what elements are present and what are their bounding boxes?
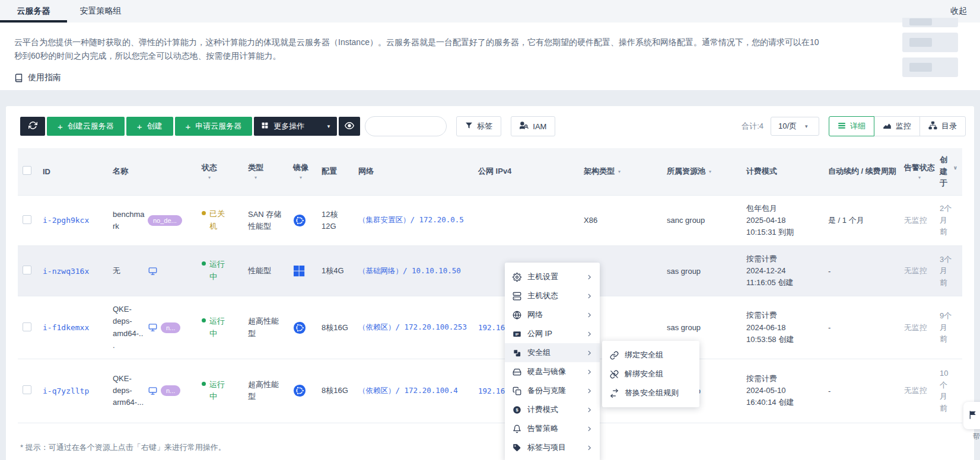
vnc-monitor-icon[interactable] <box>148 267 158 276</box>
more-actions-dropdown[interactable]: 更多操作 ▾ <box>254 117 337 136</box>
create-button[interactable]: +创建 <box>126 117 173 136</box>
instance-config: 8核16G <box>322 322 349 334</box>
col-header[interactable]: 类型▾ <box>248 162 263 180</box>
col-header[interactable]: 所属资源池▾ <box>667 166 737 177</box>
copy-icon <box>512 386 521 395</box>
row-checkbox[interactable] <box>23 215 31 224</box>
instance-id-link[interactable]: i-2pgh9kcx <box>43 216 89 225</box>
col-header[interactable]: 告警状态▾ <box>904 162 935 180</box>
network-link[interactable]: （基础网络）/ 10.10.10.50 <box>358 266 461 275</box>
globe-icon <box>512 310 521 320</box>
view-topology-button[interactable]: 目录 <box>919 116 966 136</box>
instance-name: QKE-deps-arm64-... <box>113 373 145 408</box>
iam-button[interactable]: IAM <box>511 116 555 136</box>
instance-type: 性能型 <box>248 265 284 277</box>
menu-item-label: 备份与克隆 <box>527 385 566 396</box>
row-checkbox[interactable] <box>23 322 31 331</box>
col-header[interactable]: 状态▾ <box>202 162 217 180</box>
status-dot-icon <box>202 261 206 266</box>
menu-item-label: 告警策略 <box>527 423 558 434</box>
loading-skeletons <box>902 18 958 82</box>
auto-renew: - <box>828 323 831 332</box>
menu-item-3[interactable]: IP 公网 IP <box>505 324 600 343</box>
instance-id-link[interactable]: i-nzwq316x <box>43 267 89 276</box>
column-visibility-button[interactable] <box>339 117 360 136</box>
ubuntu-os-icon <box>293 214 312 227</box>
menu-item-8[interactable]: 告警策略 <box>505 419 600 438</box>
menu-item-6[interactable]: 备份与克隆 <box>505 381 600 400</box>
area-chart-icon <box>883 121 892 132</box>
select-all-checkbox[interactable] <box>23 166 31 175</box>
menu-item-label: 主机状态 <box>527 290 558 301</box>
submenu-item-1[interactable]: 解绑安全组 <box>602 365 699 384</box>
menu-item-4[interactable]: 安全组 <box>505 343 600 362</box>
menu-item-label: 安全组 <box>527 347 551 358</box>
instance-type: 超高性能型 <box>248 315 284 339</box>
menu-item-5[interactable]: 硬盘与镜像 <box>505 362 600 381</box>
tab-cloud-servers[interactable]: 云服务器 <box>0 0 67 23</box>
status-dot-icon <box>202 318 206 322</box>
billing-mode: 包年包月2025-04-1810:15:31 到期 <box>746 203 819 238</box>
usage-guide-link[interactable]: 使用指南 <box>14 72 61 83</box>
col-header-created[interactable]: 创建于∨ <box>940 154 954 189</box>
network-link[interactable]: （集群安置区）/ 172.20.0.5 <box>358 215 464 224</box>
network-link[interactable]: （依赖区）/ 172.20.100.4 <box>358 386 458 395</box>
table-row[interactable]: i-nzwq316x 无 运行中 性能型 1核4G （基础网络）/ 10.10.… <box>18 245 962 296</box>
auto-renew: - <box>828 267 831 276</box>
help-widget[interactable] <box>963 402 980 429</box>
menu-item-7[interactable]: $ 计费模式 <box>505 400 600 419</box>
chevron-down-icon: ▾ <box>327 123 330 129</box>
toolbar: +创建云服务器 +创建 +申请云服务器 更多操作 ▾ 标签 IAM 合计:4 1… <box>6 106 974 142</box>
menu-item-label: 硬盘与镜像 <box>527 366 566 377</box>
created-at: 9个月前 <box>940 310 953 345</box>
ubuntu-os-icon <box>293 384 312 397</box>
tab-placement-groups[interactable]: 安置策略组 <box>67 0 134 23</box>
top-tab-bar: 云服务器 安置策略组 收起 <box>0 0 980 23</box>
instance-name: 无 <box>113 265 145 277</box>
row-checkbox[interactable] <box>23 385 31 394</box>
row-checkbox[interactable] <box>23 266 31 274</box>
page-size-select[interactable]: 10/页 ▾ <box>771 117 819 136</box>
menu-item-label: 公网 IP <box>527 328 552 339</box>
name-tag-pill: n... <box>161 322 180 333</box>
tag-filter-button[interactable]: 标签 <box>456 116 501 136</box>
chevron-down-icon: ▾ <box>805 123 808 129</box>
refresh-button[interactable] <box>20 117 45 136</box>
submenu-item-0[interactable]: 绑定安全组 <box>602 346 699 365</box>
menu-item-0[interactable]: 主机设置 <box>505 267 600 286</box>
table-row[interactable]: i-2pgh9kcx benchmark no_de... 已关机 SAN 存储… <box>18 195 962 245</box>
view-monitor-button[interactable]: 监控 <box>874 116 920 136</box>
billing-mode: 按需计费2024-12-2411:16:05 创建 <box>746 253 819 289</box>
instance-name: QKE-deps-amd64-... <box>113 304 145 352</box>
request-cloud-server-button[interactable]: +申请云服务器 <box>175 117 253 136</box>
svg-text:IP: IP <box>515 332 518 336</box>
instance-id-link[interactable]: i-f1dkemxx <box>43 323 89 332</box>
instance-id-link[interactable]: i-q7yzlltp <box>43 386 89 395</box>
submenu-item-label: 解绑安全组 <box>625 369 663 379</box>
public-ip-link[interactable]: 192.16 <box>478 323 505 332</box>
col-header: ID <box>43 167 50 176</box>
submenu-item-2[interactable]: 替换安全组规则 <box>602 384 699 402</box>
chevron-right-icon <box>586 426 593 432</box>
view-switcher: 详细 监控 目录 <box>829 116 966 136</box>
menu-item-2[interactable]: 网络 <box>505 305 600 324</box>
menu-item-label: 标签与项目 <box>527 442 566 453</box>
instance-config: 8核16G <box>322 385 349 397</box>
public-ip-link[interactable]: 192.16 <box>478 386 505 395</box>
filter-icon: ▾ <box>709 169 711 174</box>
create-cloud-server-button[interactable]: +创建云服务器 <box>47 117 125 136</box>
menu-item-1[interactable]: 主机状态 <box>505 286 600 305</box>
book-icon <box>14 74 23 82</box>
table-row[interactable]: i-f1dkemxx QKE-deps-amd64-... n... 运行中 超… <box>18 296 962 359</box>
menu-item-9[interactable]: 标签与项目 <box>505 438 600 457</box>
table-row[interactable]: i-q7yzlltp QKE-deps-arm64-... n... 运行中 超… <box>18 359 962 423</box>
vnc-monitor-icon[interactable] <box>148 323 158 332</box>
eye-icon <box>345 121 354 132</box>
chevron-right-icon <box>586 312 593 318</box>
network-link[interactable]: （依赖区）/ 172.20.100.253 <box>358 322 467 331</box>
col-header[interactable]: 镜像▾ <box>293 162 308 180</box>
search-input[interactable] <box>365 116 447 136</box>
col-header[interactable]: 架构类型▾ <box>584 166 657 177</box>
vnc-monitor-icon[interactable] <box>148 386 158 395</box>
view-detail-button[interactable]: 详细 <box>829 116 874 136</box>
